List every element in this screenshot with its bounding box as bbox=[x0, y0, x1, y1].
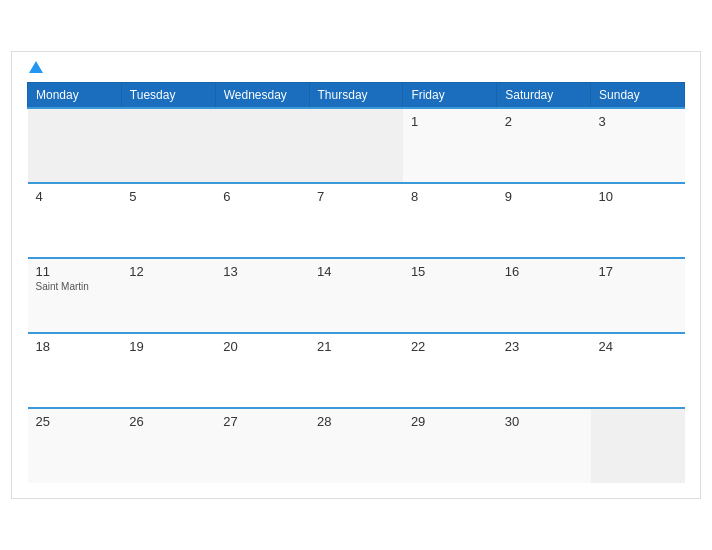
day-number: 17 bbox=[599, 264, 677, 279]
calendar-cell: 14 bbox=[309, 258, 403, 333]
calendar-cell: 13 bbox=[215, 258, 309, 333]
day-event: Saint Martin bbox=[36, 281, 114, 292]
calendar-cell: 7 bbox=[309, 183, 403, 258]
calendar-cell: 3 bbox=[591, 108, 685, 183]
day-number: 18 bbox=[36, 339, 114, 354]
calendar-cell: 11Saint Martin bbox=[28, 258, 122, 333]
calendar-cell: 25 bbox=[28, 408, 122, 483]
calendar-cell: 6 bbox=[215, 183, 309, 258]
day-number: 19 bbox=[129, 339, 207, 354]
day-number: 8 bbox=[411, 189, 489, 204]
calendar-container: MondayTuesdayWednesdayThursdayFridaySatu… bbox=[11, 51, 701, 499]
day-number: 3 bbox=[599, 114, 677, 129]
week-row-4: 18192021222324 bbox=[28, 333, 685, 408]
calendar-cell: 29 bbox=[403, 408, 497, 483]
day-number: 29 bbox=[411, 414, 489, 429]
day-number: 10 bbox=[599, 189, 677, 204]
calendar-cell: 24 bbox=[591, 333, 685, 408]
day-number: 21 bbox=[317, 339, 395, 354]
logo bbox=[27, 62, 43, 74]
day-number: 24 bbox=[599, 339, 677, 354]
calendar-cell: 19 bbox=[121, 333, 215, 408]
calendar-cell: 10 bbox=[591, 183, 685, 258]
day-number: 15 bbox=[411, 264, 489, 279]
calendar-cell: 18 bbox=[28, 333, 122, 408]
calendar-cell: 9 bbox=[497, 183, 591, 258]
day-number: 12 bbox=[129, 264, 207, 279]
calendar-cell bbox=[121, 108, 215, 183]
day-number: 4 bbox=[36, 189, 114, 204]
calendar-cell: 27 bbox=[215, 408, 309, 483]
weekday-header-monday: Monday bbox=[28, 83, 122, 109]
calendar-cell bbox=[309, 108, 403, 183]
weekday-header-tuesday: Tuesday bbox=[121, 83, 215, 109]
calendar-cell: 23 bbox=[497, 333, 591, 408]
calendar-cell: 16 bbox=[497, 258, 591, 333]
calendar-cell: 12 bbox=[121, 258, 215, 333]
weekday-header-thursday: Thursday bbox=[309, 83, 403, 109]
calendar-cell: 17 bbox=[591, 258, 685, 333]
day-number: 13 bbox=[223, 264, 301, 279]
calendar-cell: 30 bbox=[497, 408, 591, 483]
weekday-header-friday: Friday bbox=[403, 83, 497, 109]
calendar-grid: MondayTuesdayWednesdayThursdayFridaySatu… bbox=[27, 82, 685, 483]
weekday-header-sunday: Sunday bbox=[591, 83, 685, 109]
calendar-cell bbox=[591, 408, 685, 483]
calendar-cell: 22 bbox=[403, 333, 497, 408]
day-number: 20 bbox=[223, 339, 301, 354]
day-number: 26 bbox=[129, 414, 207, 429]
weekday-header-saturday: Saturday bbox=[497, 83, 591, 109]
logo-triangle-icon bbox=[29, 61, 43, 73]
calendar-cell: 28 bbox=[309, 408, 403, 483]
calendar-cell bbox=[28, 108, 122, 183]
day-number: 23 bbox=[505, 339, 583, 354]
weekday-row: MondayTuesdayWednesdayThursdayFridaySatu… bbox=[28, 83, 685, 109]
calendar-cell: 1 bbox=[403, 108, 497, 183]
week-row-5: 252627282930 bbox=[28, 408, 685, 483]
day-number: 25 bbox=[36, 414, 114, 429]
weekday-header-wednesday: Wednesday bbox=[215, 83, 309, 109]
calendar-cell: 5 bbox=[121, 183, 215, 258]
day-number: 28 bbox=[317, 414, 395, 429]
day-number: 7 bbox=[317, 189, 395, 204]
day-number: 9 bbox=[505, 189, 583, 204]
week-row-3: 11Saint Martin121314151617 bbox=[28, 258, 685, 333]
calendar-cell: 20 bbox=[215, 333, 309, 408]
calendar-cell: 15 bbox=[403, 258, 497, 333]
week-row-2: 45678910 bbox=[28, 183, 685, 258]
week-row-1: 123 bbox=[28, 108, 685, 183]
calendar-cell: 2 bbox=[497, 108, 591, 183]
calendar-cell bbox=[215, 108, 309, 183]
calendar-weekdays-header: MondayTuesdayWednesdayThursdayFridaySatu… bbox=[28, 83, 685, 109]
day-number: 2 bbox=[505, 114, 583, 129]
calendar-cell: 21 bbox=[309, 333, 403, 408]
day-number: 11 bbox=[36, 264, 114, 279]
day-number: 14 bbox=[317, 264, 395, 279]
calendar-header bbox=[27, 62, 685, 72]
day-number: 1 bbox=[411, 114, 489, 129]
day-number: 27 bbox=[223, 414, 301, 429]
day-number: 5 bbox=[129, 189, 207, 204]
calendar-cell: 8 bbox=[403, 183, 497, 258]
day-number: 30 bbox=[505, 414, 583, 429]
day-number: 22 bbox=[411, 339, 489, 354]
calendar-cell: 4 bbox=[28, 183, 122, 258]
day-number: 6 bbox=[223, 189, 301, 204]
calendar-body: 1234567891011Saint Martin121314151617181… bbox=[28, 108, 685, 483]
day-number: 16 bbox=[505, 264, 583, 279]
calendar-cell: 26 bbox=[121, 408, 215, 483]
